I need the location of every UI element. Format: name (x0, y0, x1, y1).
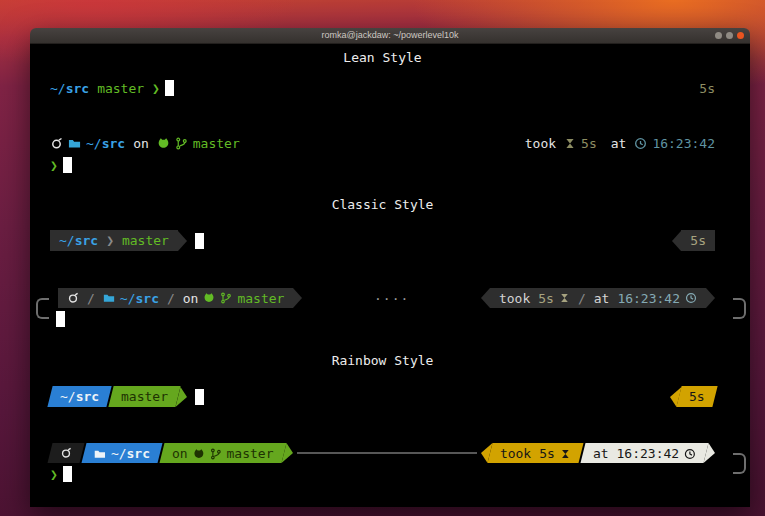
gap-dots: ···· (302, 291, 481, 306)
os-segment (48, 443, 85, 463)
duration-label: 5s (690, 233, 706, 248)
block-cursor (56, 311, 65, 327)
rainbow-style-heading: Rainbow Style (50, 349, 715, 371)
folder-icon (94, 447, 106, 459)
dir-prefix: ~/ (60, 389, 76, 404)
duration-segment: 5s (681, 230, 715, 251)
git-branch-label: master (193, 136, 240, 151)
duration-label: 5s (538, 291, 554, 306)
dir-prefix: ~/ (86, 136, 102, 151)
powerline-arrow-icon (672, 231, 681, 251)
folder-icon (103, 292, 115, 304)
on-label: on (172, 446, 188, 461)
dir-prefix: ~/ (59, 233, 75, 248)
window-title: romka@jackdaw: ~/powerlevel10k (322, 31, 459, 40)
time-label: 16:23:42 (616, 446, 679, 461)
lean-prompt-simple: ~/src master ❯ 5s (50, 77, 715, 99)
dir-anchor: src (127, 446, 150, 461)
dir-anchor: src (66, 81, 89, 96)
dir-segment: ~/src ❯ master (50, 230, 178, 251)
at-label: at (594, 291, 610, 306)
classic-prompt-simple: ~/src ❯ master 5s (50, 229, 715, 252)
folder-icon (68, 137, 81, 150)
titlebar[interactable]: romka@jackdaw: ~/powerlevel10k (30, 28, 750, 44)
rainbow-framed-line1: ~/src on master took 5s (50, 443, 715, 463)
at-label: at (611, 136, 627, 151)
git-segment: on master (160, 443, 287, 463)
block-cursor (63, 157, 72, 173)
terminal-window: romka@jackdaw: ~/powerlevel10k Lean Styl… (30, 28, 750, 507)
on-label: on (183, 291, 199, 306)
close-button[interactable] (737, 32, 744, 39)
slash-separator: / (87, 291, 95, 306)
duration-label: 5s (689, 389, 705, 404)
lean-prompt-full-line1: ~/src on master took 5s at 16:23:42 (50, 132, 715, 154)
classic-framed-line2 (50, 308, 715, 329)
right-segment: took 5s / at 16:23:42 (490, 288, 706, 308)
powerline-arrow-icon (293, 288, 302, 308)
frame-right-bracket (733, 453, 746, 474)
slash-separator: / (578, 291, 586, 306)
prompt-char: ❯ (50, 158, 58, 173)
hourglass-icon (560, 447, 571, 459)
git-branch-label: master (121, 389, 168, 404)
lean-prompt-full-line2: ❯ (50, 154, 715, 176)
git-branch-icon (175, 137, 188, 150)
time-label: 16:23:42 (617, 291, 680, 306)
powerline-arrow-icon (481, 288, 490, 308)
git-branch-label: master (122, 233, 169, 248)
minimize-button[interactable] (715, 32, 722, 39)
rainbow-prompt-simple: ~/src master 5s (50, 385, 715, 408)
terminal-content[interactable]: Lean Style ~/src master ❯ 5s ~/src on ma… (30, 44, 750, 507)
dir-anchor: src (102, 136, 125, 151)
git-branch-label: master (97, 81, 144, 96)
maximize-button[interactable] (726, 32, 733, 39)
left-segment: / ~/src / on master (58, 288, 293, 308)
octocat-icon (193, 447, 205, 459)
took-label: took (500, 446, 531, 461)
os-logo-icon (60, 447, 72, 459)
block-cursor (195, 389, 204, 405)
clock-icon (634, 137, 647, 150)
dir-prefix: ~/ (50, 81, 66, 96)
hourglass-icon (559, 292, 570, 304)
powerline-arrow-icon (706, 288, 715, 308)
block-cursor (195, 233, 204, 249)
time-segment: at 16:23:42 (580, 443, 708, 463)
window-buttons (715, 28, 744, 43)
octocat-icon (203, 292, 215, 304)
at-label: at (593, 446, 609, 461)
dir-anchor: src (135, 291, 158, 306)
git-branch-label: master (227, 446, 274, 461)
segment-separator: ❯ (106, 233, 114, 248)
duration-label: 5s (699, 81, 715, 96)
block-cursor (165, 80, 174, 96)
time-label: 16:23:42 (652, 136, 715, 151)
git-branch-label: master (237, 291, 284, 306)
powerline-arrow-icon (178, 231, 187, 251)
prompt-char: ❯ (50, 467, 58, 482)
took-label: took (499, 291, 530, 306)
dir-prefix: ~/ (120, 291, 136, 306)
classic-prompt-framed: / ~/src / on master ···· took 5s / at 16 (50, 288, 715, 329)
branch-segment: master (109, 386, 181, 407)
clock-icon (684, 447, 696, 459)
git-branch-icon (210, 447, 222, 459)
clock-icon (685, 292, 697, 304)
os-logo-icon (50, 137, 63, 150)
dir-anchor: src (75, 233, 98, 248)
hourglass-icon (564, 137, 576, 150)
on-label: on (133, 136, 149, 151)
classic-framed-line1: / ~/src / on master ···· took 5s / at 16 (58, 288, 715, 308)
slash-separator: / (167, 291, 175, 306)
rainbow-prompt-framed: ~/src on master took 5s (50, 443, 715, 485)
dir-segment: ~/src (82, 443, 163, 463)
duration-segment: 5s (677, 386, 718, 407)
duration-label: 5s (581, 136, 597, 151)
frame-left-bracket (36, 298, 49, 319)
frame-right-bracket (733, 298, 746, 319)
classic-style-heading: Classic Style (50, 193, 715, 215)
rainbow-framed-line2: ❯ (50, 463, 715, 485)
gap-line (297, 452, 477, 454)
os-logo-icon (67, 292, 79, 304)
